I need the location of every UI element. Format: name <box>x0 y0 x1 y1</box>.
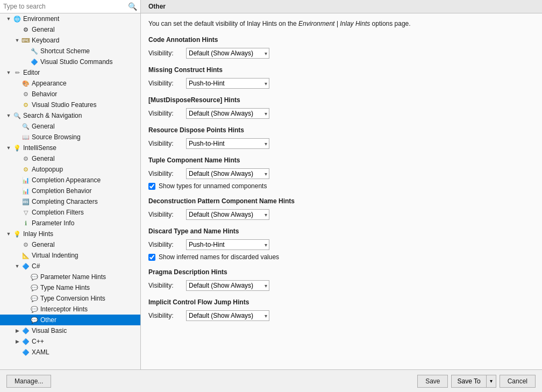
vis-select-deconstruction[interactable]: Default (Show Always) Push-to-Hint Never… <box>186 209 269 220</box>
search-nav-icon: 🔍 <box>13 111 22 120</box>
save-to-main[interactable]: Save To <box>452 375 486 387</box>
sidebar-item-vb[interactable]: ▶ 🔷 Visual Basic <box>0 325 140 336</box>
sidebar-item-xaml[interactable]: 🔷 XAML <box>0 347 140 358</box>
search-input[interactable] <box>3 3 126 10</box>
other-icon: 💬 <box>30 316 39 324</box>
vis-select-wrap-deconstruction[interactable]: Default (Show Always) Push-to-Hint Never… <box>186 209 269 220</box>
vis-select-pragma[interactable]: Default (Show Always) Push-to-Hint Never… <box>186 280 269 291</box>
sidebar-item-intellisense[interactable]: ▼ 💡 IntelliSense <box>0 142 140 153</box>
type-name-hints-icon: 💬 <box>30 283 39 292</box>
sidebar-item-editor[interactable]: ▼ ✏ Editor <box>0 67 140 78</box>
sidebar-item-keyboard[interactable]: ▼ ⌨ Keyboard <box>0 35 140 46</box>
save-to-dropdown-arrow[interactable]: ▾ <box>487 376 496 386</box>
intellisense-icon: 💡 <box>13 144 22 152</box>
expander-vb[interactable]: ▶ <box>13 328 22 333</box>
sidebar-item-type-name-hints[interactable]: 💬 Type Name Hints <box>0 282 140 293</box>
cancel-button[interactable]: Cancel <box>500 375 536 388</box>
sidebar-item-comp-behavior[interactable]: 📊 Completion Behavior <box>0 186 140 196</box>
vis-select-wrap-missing-construct[interactable]: Default (Show Always) Push-to-Hint Never… <box>186 78 269 89</box>
vis-select-tuple-component[interactable]: Default (Show Always) Push-to-Hint Never… <box>186 168 269 179</box>
checkbox-discard-inferred[interactable] <box>148 254 155 261</box>
expander-search-nav[interactable]: ▼ <box>4 113 13 118</box>
save-button[interactable]: Save <box>417 375 448 388</box>
completing-chars-icon: 🔤 <box>22 197 30 206</box>
vis-select-wrap-implicit-control[interactable]: Default (Show Always) Push-to-Hint Never… <box>186 310 269 321</box>
sidebar-item-completing-chars[interactable]: 🔤 Completing Characters <box>0 196 140 207</box>
sidebar-label-env-general: General <box>32 26 55 33</box>
expander-editor[interactable]: ▼ <box>4 70 13 75</box>
sidebar-label-vb: Visual Basic <box>32 327 67 334</box>
vis-select-implicit-control[interactable]: Default (Show Always) Push-to-Hint Never… <box>186 310 269 321</box>
section-title-discard-type: Discard Type and Name Hints <box>148 227 534 235</box>
sidebar-item-shortcut[interactable]: 🔧 Shortcut Scheme <box>0 46 140 56</box>
sidebar-item-virtual-indenting[interactable]: 📐 Virtual Indenting <box>0 250 140 261</box>
expander-cpp[interactable]: ▶ <box>13 339 22 344</box>
sidebar-item-type-conv-hints[interactable]: 💬 Type Conversion Hints <box>0 293 140 304</box>
sidebar-item-appearance[interactable]: 🎨 Appearance <box>0 78 140 89</box>
keyboard-icon: ⌨ <box>22 36 30 45</box>
section-code-annotation: Code Annotation Hints Visibility: Defaul… <box>148 36 534 59</box>
expander-csharp[interactable]: ▼ <box>13 263 22 269</box>
vis-select-wrap-code-annotation[interactable]: Default (Show Always) Push-to-Hint Never… <box>186 48 269 59</box>
vis-select-wrap-tuple-component[interactable]: Default (Show Always) Push-to-Hint Never… <box>186 168 269 179</box>
vis-select-resource-dispose[interactable]: Default (Show Always) Push-to-Hint Never… <box>186 138 269 149</box>
sidebar-item-source-browsing[interactable]: 📖 Source Browsing <box>0 132 140 142</box>
sidebar-label-xaml: XAML <box>32 348 49 356</box>
manage-button[interactable]: Manage... <box>6 375 51 388</box>
sidebar-item-environment[interactable]: ▼ 🌐 Environment <box>0 13 140 24</box>
sidebar-label-interceptor-hints: Interceptor Hints <box>40 305 88 313</box>
section-title-must-dispose: [MustDisposeResource] Hints <box>148 96 534 104</box>
sidebar-item-comp-appearance[interactable]: 📊 Completion Appearance <box>0 175 140 186</box>
sidebar-item-is-general[interactable]: ⚙ General <box>0 153 140 164</box>
sidebar-item-behavior[interactable]: ⚙ Behavior <box>0 89 140 99</box>
expander-inlay-hints[interactable]: ▼ <box>4 231 13 237</box>
sidebar-item-env-general[interactable]: ⚙ General <box>0 24 140 35</box>
interceptor-hints-icon: 💬 <box>30 305 39 313</box>
vis-label-must-dispose: Visibility: <box>148 110 182 117</box>
vis-select-discard-type[interactable]: Default (Show Always) Push-to-Hint Never… <box>186 239 269 250</box>
search-box[interactable]: 🔍 <box>0 0 140 13</box>
checkbox-tuple-unnamed[interactable] <box>148 183 155 190</box>
sidebar-item-param-name-hints[interactable]: 💬 Parameter Name Hints <box>0 272 140 282</box>
vis-select-wrap-must-dispose[interactable]: Default (Show Always) Push-to-Hint Never… <box>186 108 269 119</box>
sidebar-item-inlay-hints[interactable]: ▼ 💡 Inlay Hints <box>0 229 140 239</box>
sidebar-item-csharp[interactable]: ▼ 🔷 C# <box>0 261 140 272</box>
inlay-hints-icon: 💡 <box>13 230 22 238</box>
vs-features-icon: ⚙ <box>22 101 30 109</box>
vis-label-deconstruction: Visibility: <box>148 211 182 218</box>
sidebar-label-appearance: Appearance <box>32 80 67 87</box>
sidebar-item-autopopup[interactable]: ⚙ Autopopup <box>0 164 140 175</box>
vis-select-wrap-resource-dispose[interactable]: Default (Show Always) Push-to-Hint Never… <box>186 138 269 149</box>
sidebar-item-param-info[interactable]: ℹ Parameter Info <box>0 218 140 229</box>
vis-select-missing-construct[interactable]: Default (Show Always) Push-to-Hint Never… <box>186 78 269 89</box>
sidebar-item-interceptor-hints[interactable]: 💬 Interceptor Hints <box>0 304 140 315</box>
sidebar-label-vs-features: Visual Studio Features <box>32 101 97 109</box>
sidebar-item-search-general[interactable]: 🔍 General <box>0 121 140 132</box>
bottom-bar: Manage... Save Save To ▾ Cancel <box>0 369 542 392</box>
vis-select-code-annotation[interactable]: Default (Show Always) Push-to-Hint Never… <box>186 48 269 59</box>
sidebar-item-vs-commands[interactable]: 🔷 Visual Studio Commands <box>0 56 140 67</box>
sidebar-label-param-info: Parameter Info <box>32 219 74 227</box>
sidebar-item-search-nav[interactable]: ▼ 🔍 Search & Navigation <box>0 110 140 121</box>
vis-label-pragma: Visibility: <box>148 282 182 289</box>
tree-container: ▼ 🌐 Environment ⚙ General ▼ ⌨ Keyboard 🔧… <box>0 13 140 369</box>
save-to-button[interactable]: Save To ▾ <box>451 375 496 388</box>
sidebar-item-comp-filters[interactable]: ▽ Completion Filters <box>0 207 140 218</box>
visibility-row-tuple-component: Visibility: Default (Show Always) Push-t… <box>148 168 534 179</box>
expander-keyboard[interactable]: ▼ <box>13 38 22 43</box>
section-tuple-component: Tuple Component Name Hints Visibility: D… <box>148 156 534 190</box>
vis-label-tuple-component: Visibility: <box>148 170 182 177</box>
sidebar-item-other[interactable]: 💬 Other <box>0 315 140 325</box>
expander-environment[interactable]: ▼ <box>4 16 13 22</box>
sidebar-label-vs-commands: Visual Studio Commands <box>40 58 113 66</box>
sidebar-item-vs-features[interactable]: ⚙ Visual Studio Features <box>0 99 140 110</box>
expander-intellisense[interactable]: ▼ <box>4 145 13 151</box>
sidebar-item-cpp[interactable]: ▶ 🔷 C++ <box>0 336 140 347</box>
section-missing-construct: Missing Construct Hints Visibility: Defa… <box>148 66 534 89</box>
vis-select-wrap-pragma[interactable]: Default (Show Always) Push-to-Hint Never… <box>186 280 269 291</box>
vis-select-must-dispose[interactable]: Default (Show Always) Push-to-Hint Never… <box>186 108 269 119</box>
sidebar-label-type-name-hints: Type Name Hints <box>40 284 90 291</box>
right-panel: Other You can set the default visibility… <box>141 0 542 369</box>
sidebar-item-ih-general[interactable]: ⚙ General <box>0 239 140 250</box>
vis-select-wrap-discard-type[interactable]: Default (Show Always) Push-to-Hint Never… <box>186 239 269 250</box>
